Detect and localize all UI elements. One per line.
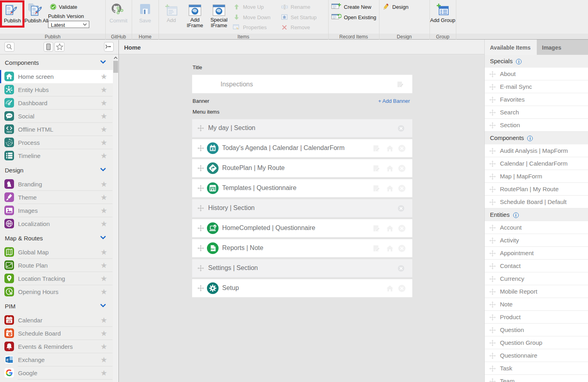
svg-text:文: 文 bbox=[8, 222, 11, 226]
svg-text:8: 8 bbox=[212, 147, 214, 151]
svg-text:PDF: PDF bbox=[211, 248, 215, 250]
svg-text:25: 25 bbox=[8, 320, 11, 323]
svg-text:html: html bbox=[6, 130, 12, 133]
svg-text:E: E bbox=[6, 358, 9, 362]
